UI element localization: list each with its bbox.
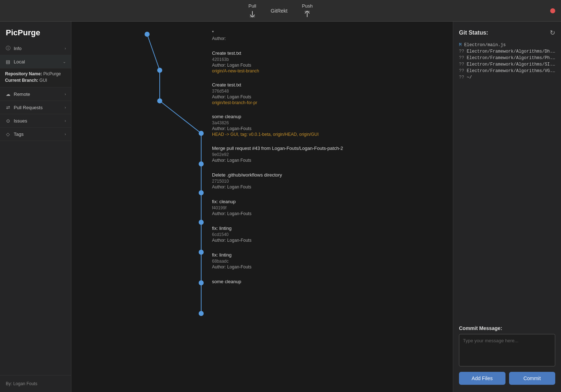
commit-title: Create test.txt [212, 50, 446, 56]
refresh-icon[interactable]: ↻ [550, 29, 555, 37]
list-item: ?? Electron/Framework/Algorithms/Ph... [459, 55, 555, 61]
tags-icon: ◇ [5, 131, 11, 137]
app-title: GitRekt [271, 8, 288, 14]
commit-title: Delete .github/workflows directory [212, 172, 446, 178]
commit-hash: 3a43826 [212, 120, 446, 125]
sidebar-item-tags-label: Tags [14, 132, 23, 137]
git-status-title: Git Status: [459, 30, 488, 36]
commit-title: some cleanup [212, 279, 446, 284]
file-path: Electron/Framework/Algorithms/SI... [467, 62, 555, 67]
commit-title: fix: linting [212, 226, 446, 231]
sidebar-item-issues-label: Issues [14, 118, 27, 124]
commit-branch: origin/test-branch-for-pr [212, 100, 446, 105]
pull-label: Pull [248, 3, 256, 9]
graph-area[interactable]: * Author: Create test.txt 420163b Author… [71, 22, 453, 392]
commit-title: Create test.txt [212, 82, 446, 88]
commit-author: Author: Logan Fouts [212, 184, 446, 190]
git-status-files: M Electron/main.js ?? Electron/Framework… [459, 43, 555, 320]
cloud-icon: ☁ [5, 91, 11, 97]
sidebar: PicPurge ⓘ Info › ▤ Local ⌄ Re [0, 22, 71, 392]
svg-point-20 [199, 311, 203, 316]
file-status: ?? [459, 49, 467, 54]
file-path: Electron/Framework/Algorithms/VG... [467, 68, 555, 74]
close-button[interactable] [550, 8, 555, 13]
chevron-down-icon: ⌄ [63, 59, 66, 64]
sidebar-item-local[interactable]: ▤ Local ⌄ [0, 55, 71, 68]
sidebar-item-info[interactable]: ⓘ Info › [0, 42, 71, 55]
sidebar-item-remote-label: Remote [14, 92, 30, 97]
list-item: M Electron/main.js [459, 43, 555, 48]
commit-author: Author: Logan-Fouts [212, 264, 446, 270]
git-status-header: Git Status: ↻ [459, 29, 555, 37]
commit-author: Author: Logan-Fouts [212, 126, 446, 131]
table-row: fix: cleanup f40199f Author: Logan-Fouts [208, 195, 453, 221]
app-name: PicPurge [6, 28, 65, 37]
repo-name-label: Repository Name: [5, 71, 42, 76]
commit-button[interactable]: Commit [509, 372, 556, 385]
push-button[interactable]: Push [302, 3, 313, 18]
commit-author: Author: [212, 36, 446, 41]
table-row: Create test.txt 376d548 Author: Logan Fo… [208, 78, 453, 110]
sidebar-item-issues[interactable]: ⊙ Issues › [0, 114, 71, 128]
file-status: ?? [459, 75, 467, 80]
sidebar-item-pull-requests[interactable]: ⇄ Pull Requests › [0, 101, 71, 114]
add-files-button[interactable]: Add Files [459, 372, 505, 385]
table-row: Merge pull request #43 from Logan-Fouts/… [208, 141, 453, 168]
issues-icon: ⊙ [5, 118, 11, 124]
file-path: ~/ [467, 75, 472, 80]
graph-inner: * Author: Create test.txt 420163b Author… [71, 22, 453, 346]
title-bar: Pull GitRekt Push [0, 0, 561, 22]
table-row: fix: linting 68baadc Author: Logan-Fouts [208, 248, 453, 275]
commit-hash: 420163b [212, 57, 446, 62]
list-item: ?? ~/ [459, 75, 555, 80]
branch-item: Current Branch: GUI [5, 77, 66, 84]
table-row: fix: linting 6cd1540 Author: Logan-Fouts [208, 221, 453, 248]
table-row: some cleanup [208, 275, 453, 300]
info-icon: ⓘ [5, 45, 11, 51]
author-credit: By: Logan Fouts [6, 381, 37, 386]
sidebar-local-sub: Repository Name: PicPurge Current Branch… [0, 68, 71, 88]
sidebar-item-tags[interactable]: ◇ Tags › [0, 128, 71, 141]
list-item: ?? Electron/Framework/Algorithms/Dh... [459, 49, 555, 54]
sidebar-item-local-label: Local [14, 59, 25, 64]
sidebar-header: PicPurge [0, 22, 71, 42]
commit-hash: 376d548 [212, 89, 446, 94]
sidebar-nav: ⓘ Info › ▤ Local ⌄ Repository Name: PicP… [0, 42, 71, 375]
file-status: ?? [459, 62, 467, 67]
file-status: M [459, 43, 464, 48]
push-label: Push [302, 3, 313, 9]
commit-title: Merge pull request #43 from Logan-Fouts/… [212, 146, 446, 151]
commit-hash: 6cd1540 [212, 232, 446, 237]
commit-author: Author: Logan Fouts [212, 63, 446, 68]
title-bar-actions: Pull GitRekt Push [248, 3, 313, 18]
commit-hash: 68baadc [212, 259, 446, 264]
commit-author: Author: Logan Fouts [212, 158, 446, 163]
commit-author: Author: Logan Fouts [212, 94, 446, 99]
repo-name-value: PicPurge [43, 71, 61, 76]
pr-icon: ⇄ [5, 104, 11, 110]
sidebar-item-info-label: Info [14, 46, 22, 51]
commit-branch: origin/A-new-test-branch [212, 68, 446, 74]
branch-value: GUI [39, 78, 47, 83]
commit-message-section: Commit Message: Add Files Commit [459, 325, 555, 385]
file-status: ?? [459, 55, 467, 61]
list-item: ?? Electron/Framework/Algorithms/VG... [459, 68, 555, 74]
commit-hash: 9e02e92 [212, 152, 446, 157]
sidebar-item-remote[interactable]: ☁ Remote › [0, 88, 71, 101]
commit-actions: Add Files Commit [459, 372, 555, 385]
chevron-right-icon: › [65, 119, 66, 123]
svg-rect-0 [249, 17, 255, 17]
commit-message-input[interactable] [459, 334, 555, 366]
commit-branch: HEAD -> GUI, tag: v0.0.1-beta, origin/HE… [212, 132, 446, 137]
commit-title: fix: linting [212, 252, 446, 258]
commit-message-label: Commit Message: [459, 325, 555, 331]
pull-button[interactable]: Pull [248, 3, 256, 18]
table-row: * Author: [208, 25, 453, 46]
main-content: * Author: Create test.txt 420163b Author… [71, 22, 561, 392]
commit-author: Author: Logan-Fouts [212, 238, 446, 243]
file-path: Electron/main.js [464, 43, 505, 48]
commit-hash: 2715010 [212, 179, 446, 184]
monitor-icon: ▤ [5, 59, 11, 64]
commit-list: * Author: Create test.txt 420163b Author… [71, 22, 453, 300]
sidebar-footer: By: Logan Fouts [0, 375, 71, 392]
